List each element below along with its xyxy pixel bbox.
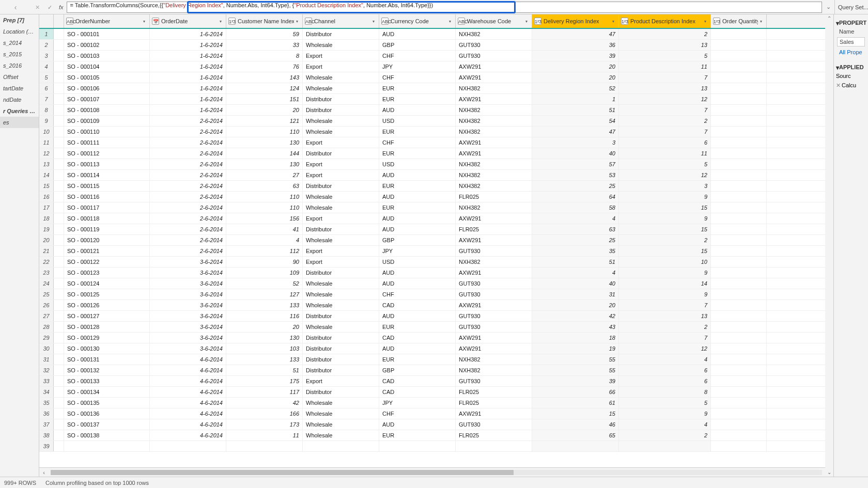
cell-quantity[interactable]	[711, 148, 767, 159]
cell-currency[interactable]: AUD	[379, 278, 456, 289]
cell-delivery[interactable]: 18	[532, 333, 619, 343]
cell-delivery[interactable]: 54	[532, 116, 619, 126]
row-number[interactable]: 22	[39, 257, 54, 267]
cell-warehouse[interactable]: AXW291	[456, 61, 532, 72]
cell-channel[interactable]: Distributor	[303, 224, 379, 234]
row-number[interactable]: 39	[39, 441, 54, 451]
column-header[interactable]: 1²3Order Quantity▾	[711, 14, 767, 28]
cell-warehouse[interactable]: GUT930	[456, 278, 532, 289]
cell-date[interactable]: 3-6-2014	[150, 333, 226, 343]
cell-customer[interactable]: 4	[226, 235, 303, 245]
cell-order[interactable]: SO - 000109	[64, 116, 150, 126]
cell-quantity[interactable]	[711, 267, 767, 278]
table-row[interactable]: 30 SO - 000130 3-6-2014 103 Distributor …	[39, 343, 833, 354]
cell-warehouse[interactable]: AXW291	[456, 408, 532, 419]
cell-delivery[interactable]: 51	[532, 105, 619, 115]
row-select[interactable]	[54, 94, 64, 104]
cell-channel[interactable]: Export	[303, 159, 379, 169]
row-select[interactable]	[54, 246, 64, 256]
cell-delivery[interactable]: 1	[532, 94, 619, 104]
row-number[interactable]: 11	[39, 137, 54, 148]
cell-customer[interactable]: 51	[226, 365, 303, 375]
cell-customer[interactable]: 27	[226, 170, 303, 180]
cell-customer[interactable]	[226, 441, 303, 451]
cell-date[interactable]: 1-6-2014	[150, 51, 226, 61]
table-row[interactable]: 14 SO - 000114 2-6-2014 27 Export AUD NX…	[39, 170, 833, 181]
cell-order[interactable]: SO - 000110	[64, 127, 150, 137]
cell-customer[interactable]: 90	[226, 257, 303, 267]
cell-customer[interactable]: 59	[226, 29, 303, 39]
table-row[interactable]: 8 SO - 000108 1-6-2014 20 Distributor AU…	[39, 105, 833, 116]
cell-currency[interactable]: EUR	[379, 148, 456, 159]
cell-currency[interactable]: AUD	[379, 311, 456, 321]
cell-delivery[interactable]: 4	[532, 267, 619, 278]
row-select[interactable]	[54, 105, 64, 115]
row-number[interactable]: 29	[39, 333, 54, 343]
row-select[interactable]	[54, 257, 64, 267]
cell-product[interactable]: 7	[619, 300, 711, 310]
cell-currency[interactable]: GBP	[379, 40, 456, 50]
cell-currency[interactable]: EUR	[379, 430, 456, 440]
row-select[interactable]	[54, 213, 64, 224]
cell-delivery[interactable]: 39	[532, 51, 619, 61]
cell-currency[interactable]: CAD	[379, 333, 456, 343]
column-filter-icon[interactable]: ▾	[702, 19, 708, 24]
cell-order[interactable]: SO - 000104	[64, 61, 150, 72]
cell-quantity[interactable]	[711, 94, 767, 104]
cell-customer[interactable]: 156	[226, 213, 303, 224]
cell-delivery[interactable]: 58	[532, 202, 619, 213]
cell-order[interactable]: SO - 000129	[64, 333, 150, 343]
cell-delivery[interactable]: 63	[532, 224, 619, 234]
column-type-icon[interactable]: 1²3	[621, 18, 628, 25]
row-number[interactable]: 16	[39, 192, 54, 202]
table-row[interactable]: 32 SO - 000132 4-6-2014 51 Distributor G…	[39, 365, 833, 376]
cell-channel[interactable]: Distributor	[303, 148, 379, 159]
row-select[interactable]	[54, 159, 64, 169]
cell-date[interactable]: 2-6-2014	[150, 159, 226, 169]
cell-warehouse[interactable]: FLR025	[456, 398, 532, 408]
applied-steps-section[interactable]: APPLIED	[834, 61, 868, 71]
cell-product[interactable]: 5	[619, 51, 711, 61]
cell-channel[interactable]: Wholesale	[303, 398, 379, 408]
cell-delivery[interactable]	[532, 441, 619, 451]
cell-quantity[interactable]	[711, 61, 767, 72]
column-header[interactable]: 1²3Product Description Index▾	[619, 14, 711, 28]
cell-customer[interactable]: 112	[226, 246, 303, 256]
cell-date[interactable]: 3-6-2014	[150, 278, 226, 289]
cell-quantity[interactable]	[711, 311, 767, 321]
cell-order[interactable]: SO - 000125	[64, 289, 150, 300]
cell-channel[interactable]: Distributor	[303, 387, 379, 397]
step-source[interactable]: Sourc	[834, 71, 868, 81]
cell-quantity[interactable]	[711, 202, 767, 213]
column-type-icon[interactable]: ABC	[458, 18, 465, 25]
cell-order[interactable]: SO - 000127	[64, 311, 150, 321]
cell-order[interactable]: SO - 000131	[64, 354, 150, 365]
cell-quantity[interactable]	[711, 29, 767, 39]
cell-channel[interactable]: Distributor	[303, 94, 379, 104]
cell-customer[interactable]: 109	[226, 267, 303, 278]
query-nav-item[interactable]: r Queries [1]	[0, 105, 39, 117]
column-header[interactable]: ABCCurrency Code▾	[379, 14, 456, 28]
row-select[interactable]	[54, 61, 64, 72]
step-calculated[interactable]: ✕Calcu	[834, 81, 868, 90]
cell-channel[interactable]: Wholesale	[303, 300, 379, 310]
cell-product[interactable]: 2	[619, 116, 711, 126]
cell-product[interactable]: 15	[619, 202, 711, 213]
row-number[interactable]: 14	[39, 170, 54, 180]
cell-delivery[interactable]: 42	[532, 311, 619, 321]
cell-quantity[interactable]	[711, 213, 767, 224]
row-select[interactable]	[54, 343, 64, 354]
table-row[interactable]: 34 SO - 000134 4-6-2014 117 Distributor …	[39, 387, 833, 398]
query-nav-item[interactable]: Prep [7]	[0, 14, 39, 26]
cell-customer[interactable]: 110	[226, 202, 303, 213]
cell-date[interactable]: 3-6-2014	[150, 322, 226, 332]
delete-step-icon[interactable]: ✕	[836, 82, 841, 88]
cell-currency[interactable]: CAD	[379, 387, 456, 397]
cell-channel[interactable]: Wholesale	[303, 430, 379, 440]
table-row[interactable]: 39	[39, 441, 833, 452]
cell-product[interactable]: 2	[619, 235, 711, 245]
table-row[interactable]: 27 SO - 000127 3-6-2014 116 Distributor …	[39, 311, 833, 322]
cell-order[interactable]: SO - 000101	[64, 29, 150, 39]
cell-order[interactable]: SO - 000112	[64, 148, 150, 159]
table-row[interactable]: 21 SO - 000121 2-6-2014 112 Export JPY G…	[39, 246, 833, 257]
